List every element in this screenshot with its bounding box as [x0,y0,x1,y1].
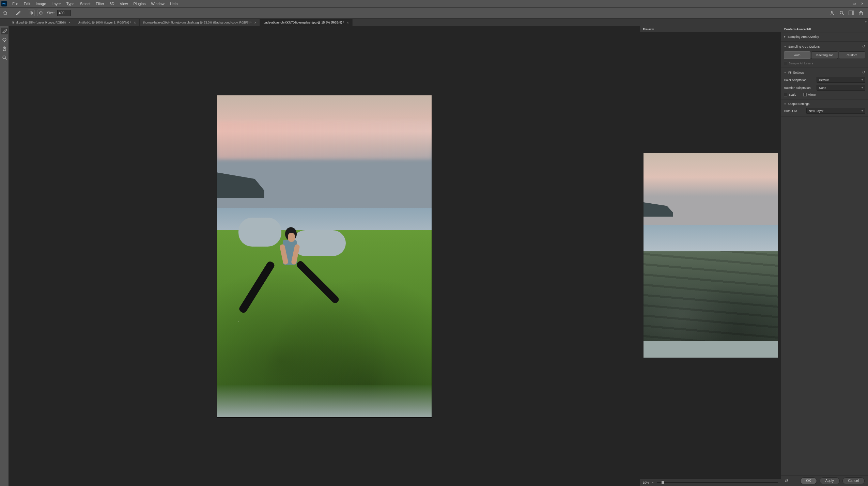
chevron-down-icon [784,103,786,105]
sampling-option-auto[interactable]: Auto [784,51,810,59]
tab-close-icon[interactable]: × [134,21,136,25]
cloud-share-icon[interactable] [829,10,835,16]
tab-overflow-icon[interactable]: » [865,20,867,23]
scale-checkbox[interactable] [784,93,787,96]
document-tab[interactable]: final.psd @ 25% (Layer 0 copy, RGB/8)× [9,19,74,26]
rotation-adaptation-dropdown[interactable]: None [817,85,865,91]
tab-close-icon[interactable]: × [68,21,71,25]
document-tab-bar: final.psd @ 25% (Layer 0 copy, RGB/8)×Un… [0,19,868,26]
svg-rect-4 [849,11,854,15]
sample-all-layers-checkbox [784,62,787,65]
undo-icon[interactable]: ↺ [785,478,788,483]
sampling-option-custom[interactable]: Custom [839,51,865,59]
mirror-checkbox[interactable] [803,93,807,96]
panel-footer: ↺ OK Apply Cancel [781,475,868,486]
sampling-option-rectangular[interactable]: Rectangular [811,51,838,59]
menu-file[interactable]: File [10,2,21,6]
svg-point-3 [840,11,843,14]
tab-close-icon[interactable]: × [254,21,257,25]
menu-edit[interactable]: Edit [21,2,33,6]
restore-icon[interactable]: ▭ [852,1,856,6]
menu-type[interactable]: Type [64,2,77,6]
workspace: Preview 10% ▲ Content-Aware Fill Samplin… [0,26,868,486]
zoom-slider[interactable] [657,482,778,483]
panel-title: Content-Aware Fill [781,26,868,32]
zoom-triangle-icon[interactable]: ▲ [652,481,654,484]
search-icon[interactable] [839,10,845,16]
ok-button[interactable]: OK [800,477,817,484]
size-label: Size: [47,11,55,15]
chevron-down-icon [784,45,786,48]
menu-bar: Ps FileEditImageLayerTypeSelectFilter3DV… [0,0,868,7]
menu-window[interactable]: Window [149,2,167,6]
preview-image [644,153,778,358]
document-tab[interactable]: bady-abbas-chrXKN7J6ic-unsplash.jpg @ 15… [260,19,353,26]
preview-panel: Preview 10% ▲ [640,26,781,486]
menu-plugins[interactable]: Plugins [130,2,148,6]
zoom-tool-icon[interactable] [1,54,8,61]
menu-select[interactable]: Select [77,2,93,6]
color-adaptation-dropdown[interactable]: Default [817,77,865,83]
lasso-tool-icon[interactable] [1,36,8,43]
canvas[interactable] [9,26,640,486]
minimize-icon[interactable]: — [843,1,848,6]
menu-image[interactable]: Image [33,2,49,6]
output-to-dropdown[interactable]: New Layer [806,108,865,114]
preview-zoom-bar: 10% ▲ [640,479,781,486]
add-mode-icon[interactable] [28,10,35,16]
chevron-down-icon [784,71,786,74]
content-aware-fill-panel: Content-Aware Fill Sampling Area Overlay… [781,26,868,486]
tab-close-icon[interactable]: × [347,21,349,25]
menu-filter[interactable]: Filter [93,2,107,6]
brush-size-input[interactable] [57,10,71,16]
hand-tool-icon[interactable] [1,45,8,52]
menu-3d[interactable]: 3D [107,2,117,6]
reset-icon[interactable]: ↺ [862,44,865,49]
workspace-icon[interactable] [848,10,854,16]
apply-button[interactable]: Apply [820,477,840,484]
menu-help[interactable]: Help [167,2,181,6]
chevron-right-icon [784,35,786,38]
subtract-mode-icon[interactable] [37,10,44,16]
document-tab[interactable]: Untitled-1 @ 100% (Layer 1, RGB/8#) *× [74,19,140,26]
home-icon[interactable] [2,10,8,16]
svg-point-2 [832,11,833,13]
sampling-brush-icon[interactable] [14,9,22,17]
preview-tab[interactable]: Preview [640,26,781,32]
section-output-settings[interactable]: Output Settings [784,101,865,107]
options-bar: Size: [0,7,868,19]
app-logo: Ps [1,1,7,6]
reset-icon[interactable]: ↺ [862,70,865,75]
cancel-button[interactable]: Cancel [842,477,865,484]
section-fill-settings[interactable]: Fill Settings ↺ [784,69,865,76]
document-image [217,95,432,417]
close-icon[interactable]: ✕ [860,1,865,6]
zoom-value: 10% [643,481,649,484]
left-toolbar [0,26,9,486]
section-sampling-options[interactable]: Sampling Area Options ↺ [784,43,865,50]
document-tab[interactable]: thomas-fatin-gG9vH4Lmejo-unsplash.jpg @ … [140,19,260,26]
menu-view[interactable]: View [117,2,131,6]
section-sampling-overlay[interactable]: Sampling Area Overlay [784,34,865,40]
share-icon[interactable] [858,10,864,16]
svg-point-6 [3,56,5,59]
sampling-brush-tool-icon[interactable] [1,28,8,34]
menu-layer[interactable]: Layer [49,2,64,6]
